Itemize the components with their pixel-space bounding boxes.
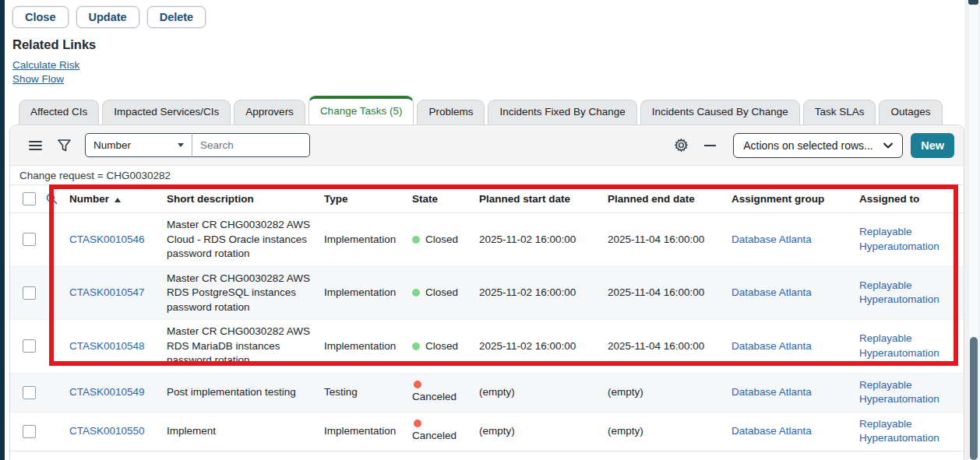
cell-short-description: Post implementation testing: [160, 373, 318, 412]
list-context-menu-button[interactable]: [29, 139, 42, 153]
search-field-selector[interactable]: Number: [85, 133, 192, 157]
cell-type: Implementation: [318, 266, 406, 320]
status-dot-closed: [412, 236, 420, 244]
column-header-number[interactable]: Number: [63, 185, 160, 213]
assigned-to-link[interactable]: Replayable Hyperautomation: [859, 332, 939, 359]
table-row: CTASK0010549 Post implementation testing…: [10, 373, 964, 412]
scrollbar-top-sliver: [968, 0, 978, 5]
breadcrumb-filter-text[interactable]: Change request = CHG0030282: [19, 170, 171, 181]
column-header-type[interactable]: Type: [318, 185, 406, 213]
assigned-to-link[interactable]: Replayable Hyperautomation: [859, 279, 939, 306]
cell-planned-start: (empty): [473, 412, 601, 451]
tab-task-slas[interactable]: Task SLAs: [803, 100, 876, 125]
assignment-group-link[interactable]: Database Atlanta: [731, 286, 812, 298]
cell-type: Implementation: [318, 412, 406, 451]
related-lists-tab-bar: Affected CIs Impacted Services/CIs Appro…: [19, 96, 946, 125]
cell-planned-end: (empty): [601, 373, 725, 412]
cell-planned-end: 2025-11-04 16:00:00: [601, 266, 725, 320]
column-header-planned-end-date[interactable]: Planned end date: [601, 185, 725, 213]
search-field-value: Number: [93, 139, 131, 151]
task-number-link[interactable]: CTASK0010548: [69, 340, 145, 352]
cell-short-description: Implement: [160, 412, 318, 451]
cell-planned-end: (empty): [601, 412, 725, 451]
cell-state: Closed: [406, 320, 473, 374]
cell-short-description: Master CR CHG0030282 AWS RDS MariaDB ins…: [160, 320, 318, 374]
assigned-to-link[interactable]: Replayable Hyperautomation: [859, 418, 939, 444]
row-checkbox[interactable]: [23, 339, 36, 353]
calculate-risk-link[interactable]: Calculate Risk: [12, 58, 96, 72]
tab-change-tasks[interactable]: Change Tasks (5): [308, 96, 414, 125]
funnel-filter-icon: [58, 139, 71, 152]
vertical-scrollbar-thumb[interactable]: [970, 337, 978, 460]
cell-short-description: Master CR CHG0030282 AWS Cloud - RDS Ora…: [160, 213, 318, 267]
assignment-group-link[interactable]: Database Atlanta: [731, 386, 812, 398]
assigned-to-link[interactable]: Replayable Hyperautomation: [859, 226, 939, 252]
row-checkbox[interactable]: [23, 286, 36, 300]
column-header-assigned-to[interactable]: Assigned to: [853, 185, 964, 213]
cell-type: Implementation: [318, 213, 406, 267]
table-row: CTASK0010550 Implement Implementation Ca…: [10, 412, 964, 451]
gear-icon: [674, 138, 689, 153]
related-links-title: Related Links: [12, 37, 96, 52]
column-header-state[interactable]: State: [406, 185, 473, 213]
hamburger-menu-icon: [29, 139, 42, 153]
task-number-link[interactable]: CTASK0010549: [69, 386, 145, 398]
delete-button[interactable]: Delete: [147, 6, 206, 28]
tab-approvers[interactable]: Approvers: [234, 100, 305, 125]
task-number-link[interactable]: CTASK0010547: [69, 286, 145, 298]
tab-incidents-fixed-by-change[interactable]: Incidents Fixed By Change: [488, 100, 636, 125]
left-panel-edge: [0, 0, 5, 460]
tab-problems[interactable]: Problems: [417, 100, 485, 125]
select-all-checkbox[interactable]: [23, 192, 36, 205]
tab-impacted-services-cis[interactable]: Impacted Services/CIs: [102, 100, 231, 125]
change-request-form-page: Close Update Delete Related Links Calcul…: [0, 0, 980, 460]
cell-planned-end: 2025-11-04 16:00:00: [601, 320, 725, 374]
tab-outages[interactable]: Outages: [879, 100, 942, 125]
close-button[interactable]: Close: [12, 6, 69, 28]
cell-planned-start: (empty): [473, 373, 601, 412]
assignment-group-link[interactable]: Database Atlanta: [731, 425, 812, 437]
assignment-group-link[interactable]: Database Atlanta: [731, 340, 812, 352]
cell-short-description: Master CR CHG0030282 AWS RDS PostgreSQL …: [160, 266, 318, 320]
row-checkbox[interactable]: [23, 425, 36, 438]
list-toolbar: Number Actions on selected rows...: [10, 125, 964, 166]
cell-planned-start: 2025-11-02 16:00:00: [473, 213, 601, 267]
minus-collapse-icon[interactable]: [704, 145, 716, 146]
row-checkbox[interactable]: [23, 386, 36, 399]
tab-incidents-caused-by-change[interactable]: Incidents Caused By Change: [640, 100, 800, 125]
assignment-group-link[interactable]: Database Atlanta: [731, 234, 812, 245]
list-settings-button[interactable]: [674, 138, 689, 153]
cell-state: Canceled: [406, 412, 473, 451]
filter-button[interactable]: [58, 139, 71, 152]
cell-state: Canceled: [406, 373, 473, 412]
column-search-icon[interactable]: [46, 193, 58, 205]
table-row: CTASK0010546 Master CR CHG0030282 AWS Cl…: [10, 213, 964, 267]
cell-type: Testing: [318, 373, 406, 412]
update-button[interactable]: Update: [76, 6, 139, 28]
cell-state: Closed: [406, 266, 473, 320]
show-flow-link[interactable]: Show Flow: [12, 72, 96, 86]
task-number-link[interactable]: CTASK0010546: [69, 234, 145, 245]
column-header-assignment-group[interactable]: Assignment group: [725, 185, 853, 213]
chevron-down-icon: [883, 142, 893, 149]
status-dot-closed: [412, 289, 420, 297]
sort-ascending-icon: [115, 198, 121, 202]
row-checkbox[interactable]: [23, 233, 36, 246]
status-dot-closed: [412, 342, 420, 350]
column-header-planned-start-date[interactable]: Planned start date: [473, 185, 601, 213]
breadcrumb: Change request = CHG0030282: [10, 166, 964, 185]
chevron-down-icon: [178, 143, 184, 147]
cell-state: Closed: [406, 213, 473, 267]
tab-affected-cis[interactable]: Affected CIs: [19, 100, 99, 125]
list-search-input[interactable]: [192, 133, 310, 157]
new-button[interactable]: New: [911, 133, 954, 158]
change-tasks-table: Number Short description Type State Plan…: [10, 185, 964, 451]
cell-planned-end: 2025-11-04 16:00:00: [601, 213, 725, 267]
cell-type: Implementation: [318, 320, 406, 374]
form-action-bar: Close Update Delete: [12, 6, 206, 28]
column-header-short-description[interactable]: Short description: [160, 185, 318, 213]
actions-on-selected-rows-dropdown[interactable]: Actions on selected rows...: [733, 133, 903, 158]
assigned-to-link[interactable]: Replayable Hyperautomation: [859, 379, 939, 406]
related-links-section: Related Links Calculate Risk Show Flow: [12, 37, 96, 86]
task-number-link[interactable]: CTASK0010550: [69, 425, 145, 437]
